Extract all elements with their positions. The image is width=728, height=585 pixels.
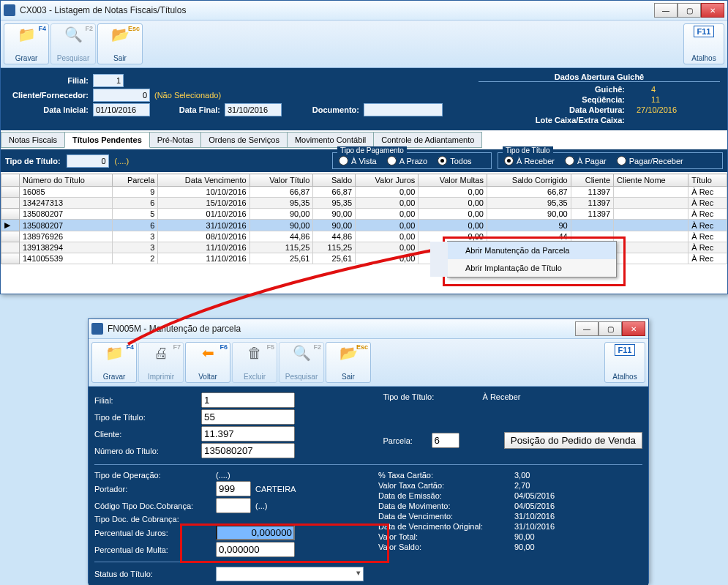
table-row[interactable]: 138976926308/10/201644,8644,860,000,0044… [1, 231, 727, 242]
filter-bar: Tipo de Título: (....) Tipo de Pagamento… [1, 148, 727, 172]
table-row[interactable]: 16085910/10/201666,8766,870,000,0066,871… [1, 187, 727, 198]
titlebar-2[interactable]: FN005M - Manutenção de parcela — ▢ ✕ [89, 319, 648, 339]
guiche-label: Guichê: [479, 85, 625, 94]
gravar-button[interactable]: F4📁Gravar [91, 342, 137, 383]
exit-icon: 📂 [338, 344, 359, 362]
valor-saldo-value: 90,00 [514, 543, 535, 551]
data-emissao-label: Data de Emissão: [378, 491, 510, 500]
maximize-button[interactable]: ▢ [598, 321, 622, 336]
gravar-button[interactable]: F4📁Gravar [4, 23, 49, 64]
window-cx003: CX003 - Listagem de Notas Fiscais/Título… [0, 0, 728, 294]
data-emissao-value: 04/05/2016 [514, 491, 555, 500]
lote-label: Lote Caixa/Extra Caixa: [479, 116, 625, 124]
radio-avista[interactable]: À Vista [339, 156, 377, 165]
save-icon: 📁 [104, 344, 124, 362]
portador-label: Portador: [94, 485, 211, 493]
tab-pre-notas[interactable]: Pré-Notas [149, 132, 202, 148]
filial-label: Filial: [94, 396, 197, 405]
data-final-input[interactable] [225, 103, 282, 116]
cod-tipo-doc-label: Código Tipo Doc.Cobrança: [94, 502, 211, 510]
tab-controle-adiantamento[interactable]: Controle de Adiantamento [373, 132, 482, 148]
clifor-input[interactable] [93, 89, 150, 102]
status-titulo-label: Status do Título: [94, 570, 211, 578]
tipo-titulo-input[interactable] [67, 154, 109, 168]
filial-input[interactable] [201, 392, 295, 408]
portador-input[interactable] [216, 481, 251, 496]
table-row[interactable]: 134247313615/10/201695,3595,350,000,0095… [1, 198, 727, 209]
back-icon: ⬅ [198, 344, 218, 362]
portador-nome: CARTEIRA [255, 485, 296, 493]
sair-button[interactable]: Esc📂Sair [326, 342, 371, 383]
perc-multa-label: Percentual de Multa: [94, 545, 211, 554]
perc-juros-input[interactable] [216, 525, 295, 540]
atalhos-button[interactable]: F11Atalhos [604, 342, 645, 383]
clifor-hint: (Não Selecionado) [154, 91, 221, 100]
voltar-button[interactable]: F6⬅Voltar [185, 342, 230, 383]
documento-input[interactable] [364, 103, 443, 116]
table-row[interactable]: 141005539211/10/201625,6125,610,000,0025… [1, 253, 727, 264]
tipo-pagamento-legend: Tipo de Pagamento [337, 146, 407, 154]
taxa-cartao-value: 3,00 [514, 471, 530, 480]
data-vencimento-label: Data de Vencimento: [378, 512, 510, 521]
atalhos-button[interactable]: F11Atalhos [683, 23, 724, 64]
table-row[interactable]: 139138294311/10/2016115,25115,250,000,00… [1, 242, 727, 253]
tipo-titulo-label: Tipo de Título: [5, 157, 61, 165]
parcela-label: Parcela: [383, 436, 427, 445]
tab-movimento-contabil[interactable]: Movimento Contábil [287, 132, 374, 148]
filial-input[interactable] [93, 74, 124, 87]
data-inicial-input[interactable] [93, 103, 150, 116]
minimize-button[interactable]: — [575, 321, 598, 336]
pesquisar-button: F2🔍Pesquisar [279, 342, 324, 383]
data-abertura-label: Data Abertura: [479, 105, 625, 114]
parcela-input[interactable] [432, 433, 459, 448]
search-icon: 🔍 [291, 344, 312, 362]
tipo-titulo-input[interactable] [201, 409, 295, 425]
form-panel: Filial: Tipo de Título: Cliente: Número … [89, 387, 648, 585]
close-button[interactable]: ✕ [701, 3, 724, 18]
excluir-button: F5🗑Excluir [232, 342, 277, 383]
close-button[interactable]: ✕ [622, 321, 645, 336]
grid-titulos[interactable]: Número do TítuloParcelaData VencimentoVa… [1, 172, 727, 264]
search-icon: 🔍 [63, 26, 83, 43]
radio-pagar-receber[interactable]: Pagar/Receber [617, 156, 683, 165]
exit-icon: 📂 [110, 26, 130, 43]
tipo-titulo-ro-label: Tipo de Título: [383, 392, 479, 401]
context-menu: Abrir Manutenção da Parcela Abrir Implan… [447, 241, 617, 277]
data-movimento-value: 04/05/2016 [514, 502, 555, 510]
minimize-button[interactable]: — [654, 3, 678, 18]
perc-multa-input[interactable] [216, 542, 295, 557]
table-row[interactable]: ▶135080207631/10/201690,0090,000,000,009… [1, 220, 727, 231]
cliente-input[interactable] [201, 426, 295, 441]
tabs: Notas Fiscais Títulos Pendentes Pré-Nota… [1, 130, 727, 148]
posicao-pedido-button[interactable]: Posição do Pedido de Venda [504, 432, 642, 449]
numero-titulo-input[interactable] [201, 443, 295, 458]
radio-areceber[interactable]: À Receber [504, 156, 555, 165]
radio-todos[interactable]: Todos [438, 156, 471, 165]
status-titulo-select[interactable] [216, 567, 364, 581]
save-icon: 📁 [16, 26, 37, 43]
menu-abrir-implantacao[interactable]: Abrir Implantação de Título [430, 259, 616, 277]
cod-tipo-doc-input[interactable] [216, 498, 251, 513]
window-title-2: FN005M - Manutenção de parcela [108, 324, 575, 334]
cliente-label: Cliente: [94, 430, 197, 439]
tab-notas-fiscais[interactable]: Notas Fiscais [1, 132, 65, 148]
window-title: CX003 - Listagem de Notas Fiscais/Título… [20, 5, 654, 15]
tipo-titulo-legend: Tipo de Título [503, 146, 553, 154]
valor-taxa-cartao-value: 2,70 [514, 481, 530, 490]
data-venc-original-value: 31/10/2016 [514, 522, 555, 531]
sair-button[interactable]: Esc📂Sair [97, 23, 143, 64]
header-panel: Filial: Cliente/Fornecedor:(Não Selecion… [1, 68, 727, 130]
valor-taxa-cartao-label: Valor Taxa Cartão: [378, 481, 510, 490]
data-venc-original-label: Data de Vencimento Original: [378, 522, 510, 531]
perc-juros-label: Percentual de Juros: [94, 529, 211, 537]
tab-ordens-servicos[interactable]: Ordens de Serviços [200, 132, 288, 148]
tab-titulos-pendentes[interactable]: Títulos Pendentes [64, 132, 150, 148]
tipo-operacao-hint: (....) [216, 471, 230, 480]
titlebar[interactable]: CX003 - Listagem de Notas Fiscais/Título… [1, 1, 727, 21]
maximize-button[interactable]: ▢ [678, 3, 701, 18]
menu-abrir-manutencao[interactable]: Abrir Manutenção da Parcela [430, 242, 616, 259]
radio-aprazo[interactable]: A Prazo [387, 156, 428, 165]
table-row[interactable]: 135080207501/10/201690,0090,000,000,0090… [1, 209, 727, 220]
radio-apagar[interactable]: À Pagar [565, 156, 607, 165]
dados-abertura-title: Dados Abertura Guichê [479, 72, 720, 82]
